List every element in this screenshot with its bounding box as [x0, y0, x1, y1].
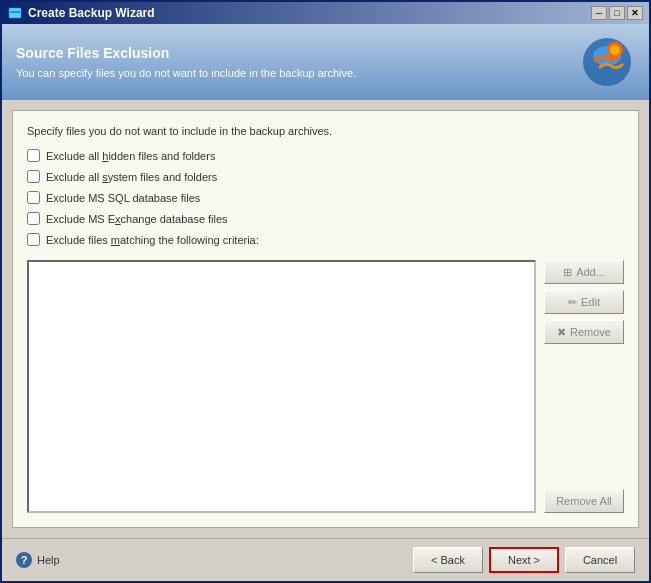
exclude-system-label[interactable]: Exclude all system files and folders [46, 171, 217, 183]
exclude-system-checkbox[interactable] [27, 170, 40, 183]
header-text: Source Files Exclusion You can specify f… [16, 45, 579, 79]
header-panel: Source Files Exclusion You can specify f… [2, 24, 649, 100]
exclude-criteria-label[interactable]: Exclude files matching the following cri… [46, 234, 259, 246]
button-spacer [544, 350, 624, 483]
remove-all-button[interactable]: Remove All [544, 489, 624, 513]
title-bar: Create Backup Wizard ─ □ ✕ [2, 2, 649, 24]
add-icon: ⊞ [563, 266, 572, 279]
main-window: Create Backup Wizard ─ □ ✕ Source Files … [0, 0, 651, 583]
checkbox-row-5: Exclude files matching the following cri… [27, 233, 624, 246]
title-bar-left: Create Backup Wizard [8, 6, 155, 20]
window-title: Create Backup Wizard [28, 6, 155, 20]
edit-icon: ✏ [568, 296, 577, 309]
exclusion-list[interactable] [27, 260, 536, 513]
checkbox-row-3: Exclude MS SQL database files [27, 191, 624, 204]
header-logo [579, 34, 635, 90]
help-link[interactable]: ? Help [16, 552, 60, 568]
edit-button[interactable]: ✏ Edit [544, 290, 624, 314]
window-body: Source Files Exclusion You can specify f… [2, 24, 649, 581]
help-icon: ? [16, 552, 32, 568]
content-area: Specify files you do not want to include… [12, 110, 639, 528]
add-button[interactable]: ⊞ Add... [544, 260, 624, 284]
exclude-mssql-label[interactable]: Exclude MS SQL database files [46, 192, 200, 204]
help-label: Help [37, 554, 60, 566]
cancel-button[interactable]: Cancel [565, 547, 635, 573]
checkbox-row-1: Exclude all hidden files and folders [27, 149, 624, 162]
next-button[interactable]: Next > [489, 547, 559, 573]
svg-point-5 [610, 45, 620, 55]
checkbox-row-4: Exclude MS Exchange database files [27, 212, 624, 225]
exclude-criteria-checkbox[interactable] [27, 233, 40, 246]
exclude-hidden-checkbox[interactable] [27, 149, 40, 162]
title-bar-buttons: ─ □ ✕ [591, 6, 643, 20]
exclude-exchange-checkbox[interactable] [27, 212, 40, 225]
logo-icon [581, 36, 633, 88]
footer: ? Help < Back Next > Cancel [2, 538, 649, 581]
back-button[interactable]: < Back [413, 547, 483, 573]
exclusion-buttons: ⊞ Add... ✏ Edit ✖ Remove Remove All [544, 260, 624, 513]
checkbox-row-2: Exclude all system files and folders [27, 170, 624, 183]
window-icon [8, 6, 22, 20]
exclusion-section: ⊞ Add... ✏ Edit ✖ Remove Remove All [27, 260, 624, 513]
svg-rect-1 [10, 11, 20, 13]
minimize-button[interactable]: ─ [591, 6, 607, 20]
content-intro: Specify files you do not want to include… [27, 125, 624, 137]
exclude-exchange-label[interactable]: Exclude MS Exchange database files [46, 213, 228, 225]
exclude-mssql-checkbox[interactable] [27, 191, 40, 204]
header-title: Source Files Exclusion [16, 45, 579, 61]
maximize-button[interactable]: □ [609, 6, 625, 20]
footer-buttons: < Back Next > Cancel [413, 547, 635, 573]
remove-icon: ✖ [557, 326, 566, 339]
header-description: You can specify files you do not want to… [16, 67, 579, 79]
close-button[interactable]: ✕ [627, 6, 643, 20]
exclude-hidden-label[interactable]: Exclude all hidden files and folders [46, 150, 215, 162]
remove-button[interactable]: ✖ Remove [544, 320, 624, 344]
